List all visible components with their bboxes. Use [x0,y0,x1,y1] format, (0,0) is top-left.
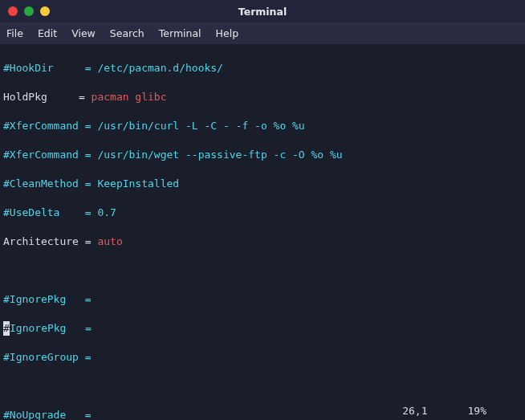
menubar: File Edit View Search Terminal Help [0,22,525,44]
menu-edit[interactable]: Edit [38,27,57,39]
config-line: HoldPkg = pacman glibc [3,90,522,104]
key-text: HoldPkg = [3,91,92,103]
blank-line [3,263,522,278]
value-text: pacman glibc [92,91,167,103]
menu-file[interactable]: File [6,27,23,39]
menu-terminal[interactable]: Terminal [159,27,201,39]
key-text: Architecture = [3,235,97,247]
menu-view[interactable]: View [71,27,96,39]
comment-text: IgnorePkg = [10,322,92,334]
key-text: #XferCommand = [3,149,97,161]
config-line: #HookDir = /etc/pacman.d/hooks/ [3,61,522,75]
editor-area[interactable]: #HookDir = /etc/pacman.d/hooks/ HoldPkg … [0,44,525,420]
cursor-position: 26,1 [402,405,427,417]
menu-search[interactable]: Search [110,27,144,39]
minimize-icon[interactable] [24,6,34,16]
config-line: #IgnoreGroup = [3,350,522,365]
config-line: #CleanMethod = KeepInstalled [3,177,522,191]
key-text: #CleanMethod = [3,177,97,190]
statusbar: 26,1 19% [402,405,525,417]
comment-text: #IgnorePkg = [3,293,92,305]
traffic-lights [0,6,50,16]
config-line: #XferCommand = /usr/bin/wget --passive-f… [3,148,522,162]
window-title: Terminal [238,6,287,18]
value-text: KeepInstalled [97,177,179,190]
menu-help[interactable]: Help [216,27,239,39]
config-line: #UseDelta = 0.7 [3,206,522,220]
config-line: #IgnorePkg = [3,292,522,307]
blank-line [3,379,522,393]
comment-text: #NoUpgrade = [3,409,92,420]
value-text: 0.7 [97,206,116,218]
config-line-cursor: #IgnorePkg = [3,321,522,336]
key-text: #HookDir = [3,62,97,74]
value-text: auto [97,235,122,247]
close-icon[interactable] [8,6,18,16]
maximize-icon[interactable] [40,6,50,16]
config-line: #XferCommand = /usr/bin/curl -L -C - -f … [3,119,522,133]
value-text: /usr/bin/wget --passive-ftp -c -O %o %u [97,149,342,161]
cursor: # [3,321,10,336]
comment-text: #IgnoreGroup = [3,351,92,363]
key-text: #UseDelta = [3,206,97,218]
value-text: /usr/bin/curl -L -C - -f -o %o %u [97,120,304,132]
titlebar: Terminal [0,0,525,22]
value-text: /etc/pacman.d/hooks/ [97,62,223,74]
key-text: #XferCommand = [3,120,97,132]
scroll-percent: 19% [468,405,486,417]
config-line: Architecture = auto [3,234,522,249]
